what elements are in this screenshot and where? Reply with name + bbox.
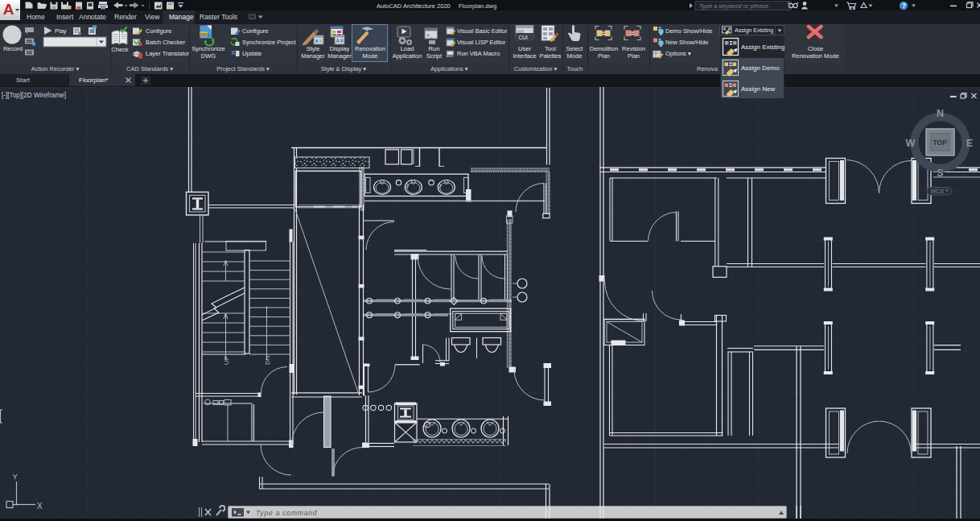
svg-text:?: ? xyxy=(902,2,906,10)
svg-text:Type a command: Type a command xyxy=(256,509,317,517)
